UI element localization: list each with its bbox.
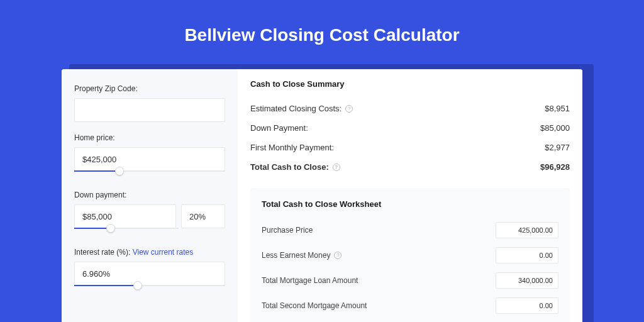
summary-row-value: $2,977 [545, 143, 570, 152]
worksheet-row: Less Earnest Money ? [262, 243, 558, 268]
worksheet-row-label: Total Mortgage Loan Amount [262, 276, 358, 285]
slider-fill [74, 228, 111, 229]
help-icon[interactable]: ? [334, 252, 341, 259]
slider-fill [74, 170, 119, 172]
interest-rate-label-row: Interest rate (%): View current rates [74, 248, 225, 257]
help-icon[interactable]: ? [345, 105, 353, 113]
inputs-column: Property Zip Code: Home price: Down paym… [62, 69, 238, 322]
interest-rate-input[interactable] [74, 262, 225, 286]
worksheet-card: Total Cash to Close Worksheet Purchase P… [250, 188, 570, 322]
summary-row-value: $8,951 [545, 104, 570, 113]
worksheet-row: Total Mortgage Loan Amount [262, 268, 558, 293]
worksheet-title: Total Cash to Close Worksheet [262, 199, 558, 209]
current-rates-link[interactable]: View current rates [133, 248, 194, 257]
summary-total-label: Total Cash to Close: [250, 162, 329, 172]
slider-fill [74, 285, 138, 286]
results-column: Cash to Close Summary Estimated Closing … [238, 69, 582, 322]
slider-thumb[interactable] [133, 281, 142, 290]
down-payment-input[interactable] [74, 204, 176, 228]
summary-total-row: Total Cash to Close: ? $96,928 [250, 157, 570, 177]
interest-rate-group: Interest rate (%): View current rates [74, 248, 225, 294]
worksheet-row-input[interactable] [496, 272, 558, 289]
summary-row: Down Payment: $85,000 [250, 118, 570, 138]
summary-title: Cash to Close Summary [250, 79, 570, 89]
summary-row: First Monthly Payment: $2,977 [250, 138, 570, 157]
slider-thumb[interactable] [106, 224, 115, 233]
worksheet-row: Purchase Price [262, 218, 558, 243]
down-payment-group: Down payment: [74, 191, 225, 236]
home-price-slider[interactable] [74, 170, 225, 179]
page-title: Bellview Closing Cost Calculator [0, 0, 644, 60]
summary-row-label: First Monthly Payment: [250, 143, 334, 152]
interest-rate-label: Interest rate (%): [74, 248, 130, 257]
summary-row-value: $85,000 [540, 123, 570, 133]
home-price-group: Home price: [74, 133, 225, 179]
summary-total-value: $96,928 [540, 162, 570, 172]
worksheet-row-input[interactable] [496, 297, 558, 314]
summary-row: Estimated Closing Costs: ? $8,951 [250, 99, 570, 118]
zip-input[interactable] [74, 98, 225, 122]
summary-row-label: Estimated Closing Costs: [250, 104, 341, 113]
zip-group: Property Zip Code: [74, 84, 225, 122]
worksheet-row-label: Total Second Mortgage Amount [262, 301, 367, 310]
zip-label: Property Zip Code: [74, 84, 225, 93]
home-price-label: Home price: [74, 133, 225, 142]
home-price-input[interactable] [74, 147, 225, 171]
worksheet-row-input[interactable] [496, 247, 558, 264]
down-payment-pct-input[interactable] [181, 204, 225, 228]
down-payment-slider[interactable] [74, 228, 179, 236]
interest-rate-slider[interactable] [74, 285, 225, 294]
help-icon[interactable]: ? [333, 164, 340, 171]
summary-row-label: Down Payment: [250, 123, 308, 133]
down-payment-label: Down payment: [74, 191, 225, 199]
slider-thumb[interactable] [115, 167, 124, 175]
worksheet-row: Total Second Mortgage Amount [262, 293, 558, 318]
calculator-card: Property Zip Code: Home price: Down paym… [62, 69, 582, 322]
worksheet-row-label: Less Earnest Money [262, 251, 330, 260]
worksheet-row-label: Purchase Price [262, 226, 313, 235]
worksheet-row-input[interactable] [496, 222, 558, 238]
